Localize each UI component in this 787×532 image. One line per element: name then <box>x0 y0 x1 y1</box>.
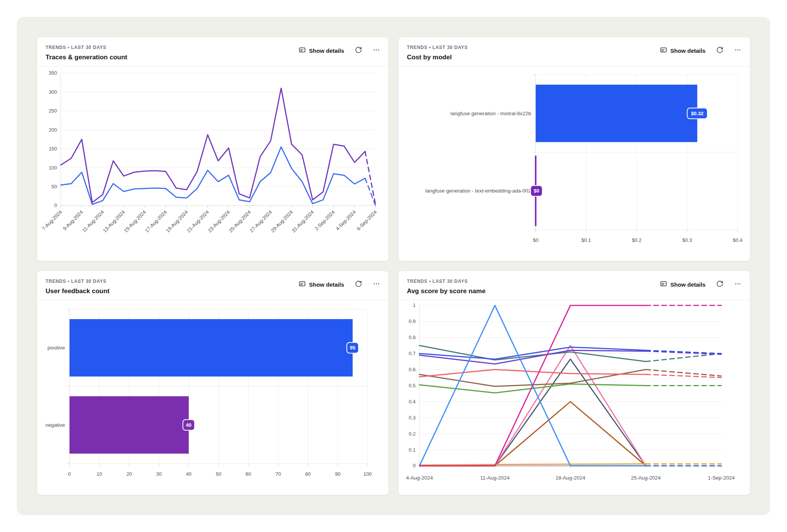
refresh-icon <box>355 46 362 55</box>
svg-text:40: 40 <box>186 422 191 428</box>
more-menu-button[interactable] <box>373 46 380 55</box>
card-header-text: TRENDS • LAST 30 DAYS Cost by model <box>407 45 468 61</box>
ellipsis-icon <box>373 46 380 55</box>
cost-by-model-bar-chart[interactable]: $0$0.1$0.2$0.3$0.4langfuse generation - … <box>398 66 750 253</box>
svg-text:1: 1 <box>413 302 416 308</box>
details-panel-icon <box>660 46 667 55</box>
svg-text:4-Sep-2024: 4-Sep-2024 <box>335 209 357 232</box>
card-eyebrow: TRENDS • LAST 30 DAYS <box>407 279 485 284</box>
show-details-button[interactable]: Show details <box>660 46 705 55</box>
svg-text:11-Aug-2024: 11-Aug-2024 <box>480 475 510 481</box>
svg-text:negative: negative <box>46 422 65 428</box>
show-details-button[interactable]: Show details <box>299 46 344 55</box>
svg-text:$0.3: $0.3 <box>683 237 692 243</box>
svg-text:2-Sep-2024: 2-Sep-2024 <box>313 209 336 232</box>
card-header: TRENDS • LAST 30 DAYS Traces & generatio… <box>37 37 389 66</box>
svg-text:95: 95 <box>350 345 355 351</box>
svg-text:0.6: 0.6 <box>409 367 416 372</box>
svg-text:13-Aug-2024: 13-Aug-2024 <box>102 209 126 233</box>
svg-text:positive: positive <box>47 345 65 351</box>
svg-text:23-Aug-2024: 23-Aug-2024 <box>207 209 231 233</box>
refresh-icon <box>355 280 362 289</box>
svg-text:40: 40 <box>186 471 191 477</box>
svg-text:0.3: 0.3 <box>409 415 416 421</box>
svg-text:100: 100 <box>49 165 57 171</box>
svg-text:langfuse generation - text-emb: langfuse generation - text-embedding-ada… <box>425 188 531 194</box>
avg-score-line-chart[interactable]: 00.10.20.30.40.50.60.70.80.914-Aug-20241… <box>398 300 750 487</box>
svg-text:6-Sep-2024: 6-Sep-2024 <box>356 209 378 232</box>
svg-text:200: 200 <box>49 127 57 133</box>
svg-text:60: 60 <box>246 471 251 477</box>
svg-text:17-Aug-2024: 17-Aug-2024 <box>144 209 168 233</box>
card-title: Traces & generation count <box>46 54 127 61</box>
refresh-icon <box>716 280 723 289</box>
card-title: Cost by model <box>407 54 468 61</box>
refresh-button[interactable] <box>355 280 362 289</box>
svg-text:1-Sep-2024: 1-Sep-2024 <box>708 475 735 481</box>
svg-text:25-Aug-2024: 25-Aug-2024 <box>228 209 252 233</box>
svg-text:25-Aug-2024: 25-Aug-2024 <box>631 475 661 481</box>
ellipsis-icon <box>373 280 380 289</box>
show-details-button[interactable]: Show details <box>660 280 705 289</box>
more-menu-button[interactable] <box>734 280 741 289</box>
svg-text:10: 10 <box>96 471 102 477</box>
refresh-button[interactable] <box>716 46 723 55</box>
details-panel-icon <box>299 280 306 289</box>
user-feedback-bar-chart[interactable]: 0102030405060708090100positive95negative… <box>37 300 389 487</box>
svg-text:$0: $0 <box>534 188 539 194</box>
svg-text:250: 250 <box>49 108 57 114</box>
svg-text:50: 50 <box>216 471 221 477</box>
svg-text:$0.4: $0.4 <box>733 237 743 243</box>
svg-text:4-Aug-2024: 4-Aug-2024 <box>406 475 433 481</box>
card-eyebrow: TRENDS • LAST 30 DAYS <box>46 45 127 50</box>
svg-text:20: 20 <box>126 471 132 477</box>
svg-text:150: 150 <box>49 146 57 152</box>
card-header-text: TRENDS • LAST 30 DAYS Traces & generatio… <box>46 45 127 61</box>
svg-text:19-Aug-2024: 19-Aug-2024 <box>165 209 189 233</box>
svg-text:27-Aug-2024: 27-Aug-2024 <box>249 209 273 233</box>
svg-text:29-Aug-2024: 29-Aug-2024 <box>269 209 294 233</box>
svg-text:0.1: 0.1 <box>409 447 416 453</box>
refresh-button[interactable] <box>355 46 362 55</box>
show-details-label: Show details <box>670 281 705 288</box>
svg-text:350: 350 <box>49 70 57 76</box>
card-avg-score-by-score-name: TRENDS • LAST 30 DAYS Avg score by score… <box>398 271 750 495</box>
svg-text:0.2: 0.2 <box>409 431 416 437</box>
svg-text:70: 70 <box>275 471 281 477</box>
card-title: User feedback count <box>46 287 109 295</box>
svg-text:$0: $0 <box>533 237 538 243</box>
details-panel-icon <box>299 46 306 55</box>
show-details-label: Show details <box>309 281 344 288</box>
refresh-button[interactable] <box>716 280 723 289</box>
svg-text:90: 90 <box>335 471 340 477</box>
svg-text:7-Aug-2024: 7-Aug-2024 <box>41 209 63 232</box>
card-header: TRENDS • LAST 30 DAYS Avg score by score… <box>398 271 750 300</box>
svg-text:0.9: 0.9 <box>409 318 416 324</box>
show-details-label: Show details <box>670 47 705 54</box>
svg-text:0.7: 0.7 <box>409 351 416 356</box>
refresh-icon <box>716 46 723 55</box>
svg-text:0: 0 <box>54 202 57 208</box>
show-details-button[interactable]: Show details <box>299 280 344 289</box>
svg-text:30: 30 <box>156 471 162 477</box>
dashboard-panel: TRENDS • LAST 30 DAYS Traces & generatio… <box>17 17 770 515</box>
ellipsis-icon <box>734 280 741 289</box>
more-menu-button[interactable] <box>373 280 380 289</box>
card-traces-generation-count: TRENDS • LAST 30 DAYS Traces & generatio… <box>37 37 389 261</box>
traces-generation-line-chart[interactable]: 0501001502002503003507-Aug-20249-Aug-202… <box>37 66 389 253</box>
svg-text:100: 100 <box>363 471 372 477</box>
card-controls: Show details <box>660 46 741 55</box>
svg-text:langfuse generation - mixtral-: langfuse generation - mixtral-8x22b <box>451 111 531 116</box>
details-panel-icon <box>660 280 667 289</box>
card-eyebrow: TRENDS • LAST 30 DAYS <box>46 279 109 284</box>
svg-text:31-Aug-2024: 31-Aug-2024 <box>291 209 315 233</box>
ellipsis-icon <box>734 46 741 55</box>
svg-text:0.4: 0.4 <box>409 399 416 405</box>
svg-text:0.5: 0.5 <box>409 383 416 388</box>
svg-text:15-Aug-2024: 15-Aug-2024 <box>123 209 147 233</box>
more-menu-button[interactable] <box>734 46 741 55</box>
card-title: Avg score by score name <box>407 287 485 295</box>
svg-text:0: 0 <box>413 463 416 468</box>
card-header: TRENDS • LAST 30 DAYS Cost by model Show… <box>398 37 750 66</box>
svg-text:0: 0 <box>68 471 71 477</box>
